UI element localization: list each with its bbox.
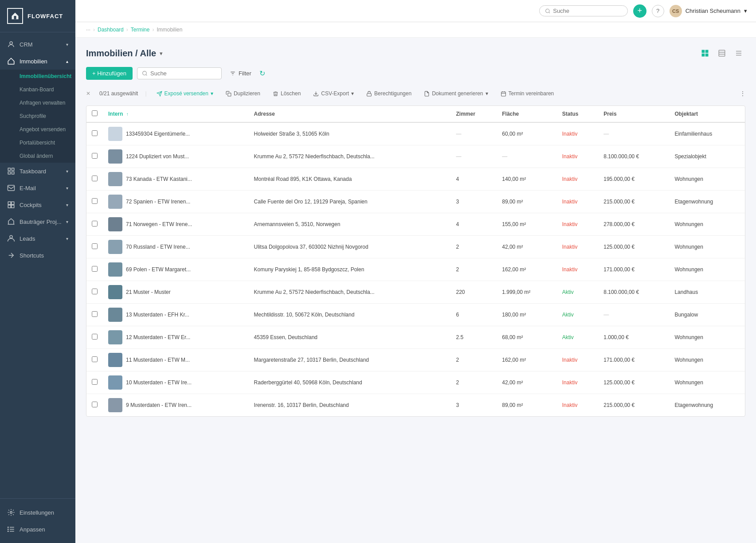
- cell-zimmer: 3: [451, 394, 497, 417]
- cell-adresse: Montréal Road 895, K1K Ottawa, Kanada: [249, 168, 451, 191]
- cell-adresse: Mechtildisstr. 10, 50672 Köln, Deutschla…: [249, 304, 451, 326]
- csv-action[interactable]: CSV-Export ▾: [310, 89, 356, 98]
- permissions-action[interactable]: Berechtigungen: [364, 89, 414, 98]
- refresh-button[interactable]: ↻: [259, 69, 265, 78]
- appointment-action[interactable]: Termin vereinbaren: [498, 89, 557, 98]
- duplicate-action[interactable]: Duplizieren: [223, 89, 263, 98]
- logo: FLOWFACT: [0, 0, 75, 32]
- breadcrumb-more[interactable]: ···: [86, 27, 90, 33]
- col-preis[interactable]: Preis: [598, 106, 669, 122]
- row-checkbox[interactable]: [92, 221, 98, 227]
- submenu-angebot[interactable]: Angebot versenden: [0, 123, 75, 136]
- add-button[interactable]: +: [633, 4, 646, 18]
- cell-zimmer: 4: [451, 168, 497, 191]
- select-all-header[interactable]: [86, 106, 103, 122]
- col-flaeche[interactable]: Fläche: [497, 106, 557, 122]
- row-checkbox[interactable]: [92, 402, 98, 407]
- row-checkbox[interactable]: [92, 130, 98, 136]
- sidebar-item-cockpits[interactable]: Cockpits ▾: [0, 196, 75, 213]
- sidebar: FLOWFACT CRM ▾ Immobilien ▴ Immobilienüb…: [0, 0, 75, 543]
- col-zimmer[interactable]: Zimmer: [451, 106, 497, 122]
- row-checkbox[interactable]: [92, 334, 98, 340]
- submenu-suchprofile[interactable]: Suchprofile: [0, 109, 75, 123]
- view-grid-button[interactable]: [715, 47, 729, 60]
- intern-value: 133459304 Eigentümerle...: [126, 131, 190, 137]
- row-checkbox-cell: [86, 145, 103, 168]
- property-search-box[interactable]: [137, 67, 222, 79]
- breadcrumb: ··· › Dashboard › Termine › Immobilien: [75, 22, 756, 38]
- sidebar-item-immobilien[interactable]: Immobilien ▴: [0, 53, 75, 70]
- col-adresse[interactable]: Adresse: [249, 106, 451, 122]
- row-checkbox[interactable]: [92, 356, 98, 362]
- search-input[interactable]: [553, 8, 622, 14]
- submenu-portal[interactable]: Portalübersicht: [0, 136, 75, 149]
- breadcrumb-termine[interactable]: Termine: [131, 27, 150, 33]
- delete-action[interactable]: Löschen: [270, 89, 303, 98]
- property-search-input[interactable]: [150, 70, 217, 77]
- search-bar[interactable]: [539, 5, 628, 16]
- view-columns-button[interactable]: [732, 47, 745, 60]
- svg-point-31: [143, 71, 147, 75]
- table-row: 13 Musterdaten - EFH Kr... Mechtildisstr…: [86, 304, 745, 326]
- submenu-global[interactable]: Global ändern: [0, 149, 75, 163]
- col-intern[interactable]: Intern ↑: [103, 106, 249, 122]
- svg-rect-22: [706, 50, 708, 52]
- row-checkbox[interactable]: [92, 379, 98, 385]
- row-checkbox[interactable]: [92, 289, 98, 294]
- property-thumbnail: [108, 262, 122, 277]
- svg-point-10: [10, 235, 12, 238]
- intern-value: 10 Musterdaten - ETW Ire...: [126, 379, 192, 386]
- row-checkbox[interactable]: [92, 176, 98, 181]
- filter-button[interactable]: Filter: [226, 68, 255, 79]
- sidebar-item-bautraeger[interactable]: Bauträger Proj... ▾: [0, 213, 75, 230]
- breadcrumb-dashboard[interactable]: Dashboard: [98, 27, 124, 33]
- row-checkbox-cell: [86, 281, 103, 304]
- cell-status: Inaktiv: [557, 213, 598, 236]
- cell-zimmer: 2: [451, 258, 497, 281]
- svg-rect-23: [702, 54, 704, 56]
- title-dropdown-icon[interactable]: ▾: [160, 50, 163, 57]
- property-thumbnail: [108, 375, 122, 390]
- row-checkbox-cell: [86, 236, 103, 258]
- row-checkbox[interactable]: [92, 311, 98, 317]
- cell-status: Inaktiv: [557, 394, 598, 417]
- add-property-button[interactable]: + Hinzufügen: [86, 67, 133, 80]
- svg-rect-21: [702, 50, 704, 52]
- property-list: Intern ↑ Adresse Zimmer Fläche Status Pr…: [86, 106, 745, 416]
- cell-flaeche: 42,00 m²: [497, 371, 557, 394]
- col-objektart[interactable]: Objektart: [669, 106, 745, 122]
- cell-flaeche: 68,00 m²: [497, 326, 557, 349]
- col-status[interactable]: Status: [557, 106, 598, 122]
- cockpits-icon: [7, 201, 15, 209]
- more-actions[interactable]: ⋮: [740, 90, 745, 97]
- expose-action[interactable]: Exposé versenden ▾: [154, 89, 216, 98]
- submenu-immobilienuebersicht[interactable]: Immobilienübersicht: [0, 70, 75, 83]
- deselect-button[interactable]: ✕: [86, 90, 90, 97]
- svg-rect-1: [8, 168, 10, 170]
- sidebar-item-einstellungen-label: Einstellungen: [20, 509, 54, 516]
- sidebar-item-crm[interactable]: CRM ▾: [0, 36, 75, 53]
- selection-count: 0/21 ausgewählt: [99, 90, 138, 97]
- row-checkbox[interactable]: [92, 198, 98, 204]
- select-all-checkbox[interactable]: [92, 110, 98, 116]
- sidebar-item-anpassen[interactable]: Anpassen: [0, 521, 75, 538]
- view-list-button[interactable]: [698, 47, 712, 60]
- row-checkbox[interactable]: [92, 153, 98, 159]
- cell-preis: 278.000,00 €: [598, 213, 669, 236]
- user-menu[interactable]: CS Christian Scheumann ▾: [670, 5, 747, 17]
- sidebar-item-shortcuts[interactable]: Shortcuts: [0, 247, 75, 264]
- submenu-anfragen[interactable]: Anfragen verwalten: [0, 96, 75, 109]
- help-button[interactable]: ?: [652, 5, 664, 17]
- document-action[interactable]: Dokument generieren ▾: [421, 89, 490, 98]
- cell-intern: 1224 Dupliziert von Must...: [103, 145, 249, 168]
- sidebar-item-email[interactable]: E-Mail ▾: [0, 180, 75, 196]
- intern-value: 69 Polen - ETW Margaret...: [126, 266, 191, 273]
- svg-rect-25: [719, 50, 725, 56]
- sidebar-item-leads[interactable]: Leads ▾: [0, 230, 75, 247]
- row-checkbox[interactable]: [92, 243, 98, 249]
- sidebar-item-einstellungen[interactable]: Einstellungen: [0, 504, 75, 521]
- row-checkbox[interactable]: [92, 266, 98, 272]
- sidebar-item-taskboard[interactable]: Taskboard ▾: [0, 163, 75, 180]
- cell-flaeche: 89,00 m²: [497, 191, 557, 213]
- submenu-kanban[interactable]: Kanban-Board: [0, 83, 75, 96]
